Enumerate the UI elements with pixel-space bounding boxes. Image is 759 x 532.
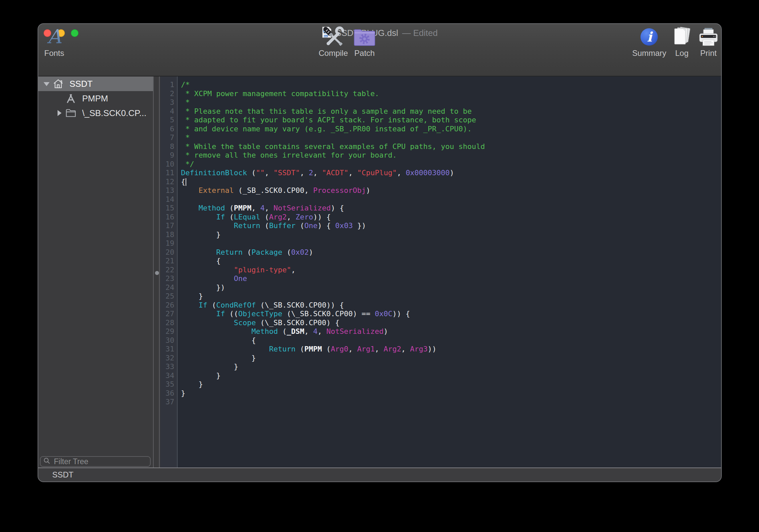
- code-token: ,: [348, 345, 357, 353]
- code-token: ObjectType: [238, 310, 282, 318]
- line-number: 20: [160, 248, 177, 257]
- line-number: 26: [160, 301, 177, 310]
- code-token: * and device name may vary (e.g. _SB_.PR…: [181, 125, 472, 133]
- code-token: Arg2: [269, 213, 287, 221]
- status-bar: SSDT: [38, 467, 721, 481]
- code-token: "plugin-type": [234, 266, 291, 274]
- code-token: External: [199, 186, 234, 195]
- tree-item-0[interactable]: SSDT: [38, 76, 153, 91]
- code-token: ,: [318, 327, 327, 335]
- line-number: 17: [160, 221, 177, 230]
- code-token: "": [256, 169, 265, 177]
- line-number: 30: [160, 336, 177, 345]
- code-token: ) {: [331, 204, 344, 212]
- code-token: *: [181, 133, 190, 142]
- code-token: "SSDT": [273, 169, 300, 177]
- code-token: {: [181, 257, 221, 265]
- code-token: 4: [260, 204, 264, 212]
- splitter-handle-dot[interactable]: [155, 271, 159, 275]
- code-line: * Please note that this table is only a …: [181, 107, 721, 116]
- code-token: [181, 319, 234, 327]
- log-pages-icon: [672, 26, 692, 48]
- disclosure-triangle-icon[interactable]: [56, 109, 63, 117]
- sidebar-splitter[interactable]: [154, 76, 160, 469]
- code-token: ,: [313, 169, 322, 177]
- zoom-button[interactable]: [71, 29, 78, 37]
- code-token: ,: [291, 266, 295, 274]
- patch-icon: [353, 26, 376, 48]
- patch-button[interactable]: Patch: [353, 26, 376, 57]
- print-printer-icon: [698, 26, 719, 48]
- title-edited-status: — Edited: [402, 28, 438, 38]
- code-token: ,: [397, 169, 406, 177]
- line-number: 14: [160, 195, 177, 204]
- code-token: (: [207, 301, 216, 309]
- code-token: (_SB_.SCK0.CP00,: [234, 186, 313, 195]
- print-button[interactable]: Print: [698, 26, 719, 57]
- code-token: ,: [287, 213, 296, 221]
- summary-button[interactable]: i Summary: [632, 26, 667, 57]
- code-token: 0x0C: [375, 310, 392, 318]
- tree-item-label: \_SB.SCK0.CP...: [82, 108, 146, 118]
- code-token: */: [181, 160, 194, 168]
- code-line: DefinitionBlock ("", "SSDT", 2, "ACDT", …: [181, 169, 721, 178]
- line-number: 8: [160, 142, 177, 151]
- code-token: _DSM: [287, 327, 304, 335]
- code-token: [181, 213, 216, 221]
- code-token: If: [216, 310, 225, 318]
- editor-gutter: 1234567891011121314151617181920212223242…: [160, 76, 178, 469]
- code-token: Arg0: [331, 345, 348, 353]
- code-area[interactable]: /* * XCPM power management compatibility…: [178, 76, 721, 469]
- code-line: *: [181, 133, 721, 142]
- line-number: 27: [160, 310, 177, 319]
- code-line: * While the table contains several examp…: [181, 142, 721, 151]
- code-line: }: [181, 354, 721, 363]
- fonts-button[interactable]: A Fonts: [44, 26, 64, 57]
- code-token: [181, 310, 216, 318]
- code-line: Scope (\_SB.SCK0.CP00) {: [181, 319, 721, 328]
- code-line: "plugin-type",: [181, 266, 721, 275]
- code-token: {: [181, 178, 185, 186]
- line-number: 29: [160, 327, 177, 336]
- line-number: 21: [160, 257, 177, 266]
- code-token: CondRefOf: [216, 301, 256, 309]
- code-token: Zero: [295, 213, 313, 221]
- filter-tree-input[interactable]: [53, 457, 147, 466]
- code-line: {: [181, 336, 721, 345]
- code-line: Method (PMPM, 4, NotSerialized) {: [181, 204, 721, 213]
- code-token: ProcessorObj: [313, 186, 366, 195]
- code-line: *: [181, 98, 721, 107]
- titlebar: DSL SSDT-PLUG.dsl — Edited: [38, 24, 721, 42]
- code-line: }: [181, 380, 721, 389]
- code-line: }: [181, 230, 721, 239]
- code-token: {: [181, 336, 256, 344]
- filter-row: [38, 454, 153, 469]
- tree-item-2[interactable]: \_SB.SCK0.CP...: [38, 106, 153, 120]
- code-token: *: [181, 98, 190, 106]
- filter-tree-field[interactable]: [40, 456, 151, 467]
- code-line: {: [181, 257, 721, 266]
- code-line: {: [181, 178, 721, 187]
- disclosure-triangle-icon[interactable]: [43, 80, 50, 87]
- code-token: One: [234, 274, 247, 283]
- code-editor[interactable]: 1234567891011121314151617181920212223242…: [160, 76, 721, 469]
- code-line: * adapted to fit your board's ACPI stack…: [181, 116, 721, 125]
- code-line: }: [181, 371, 721, 380]
- code-token: Method: [251, 327, 278, 335]
- compile-button[interactable]: Compile: [319, 26, 348, 57]
- line-number: 28: [160, 319, 177, 328]
- code-token: (: [322, 345, 331, 353]
- code-token: }: [181, 371, 221, 380]
- code-token: Buffer: [269, 221, 295, 230]
- code-token: Scope: [234, 319, 256, 327]
- code-token: Arg2: [383, 345, 401, 353]
- code-line: }: [181, 389, 721, 398]
- code-token: If: [199, 301, 208, 309]
- tree-item-1[interactable]: PMPM: [38, 91, 153, 106]
- code-token: (: [278, 327, 287, 335]
- log-button[interactable]: Log: [672, 26, 692, 57]
- code-line: [181, 195, 721, 204]
- sidebar-tree: SSDTPMPM\_SB.SCK0.CP...: [38, 76, 153, 120]
- code-line: One: [181, 274, 721, 283]
- line-number: 18: [160, 230, 177, 239]
